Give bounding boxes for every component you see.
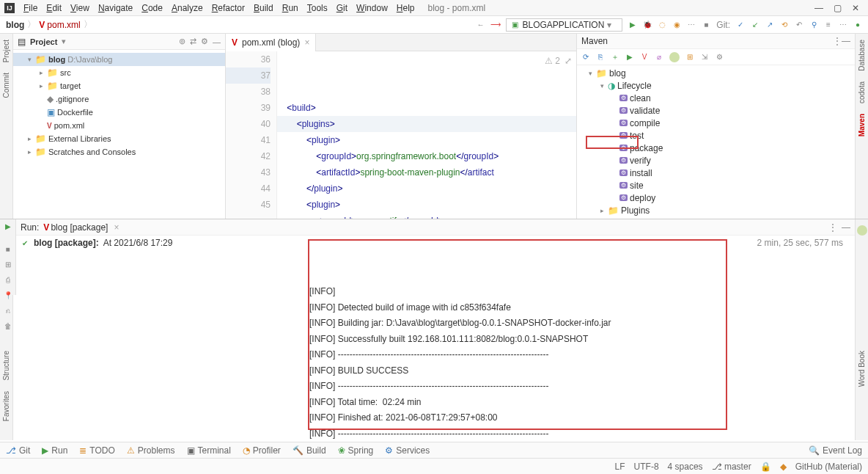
show-deps-icon[interactable]: ⊞ — [685, 53, 694, 62]
stop-icon[interactable]: ■ — [702, 21, 710, 29]
profile-icon[interactable]: ◉ — [672, 21, 681, 29]
offline-icon[interactable] — [669, 52, 680, 62]
generate-icon[interactable]: ⎘ — [596, 53, 605, 62]
menu-tools[interactable]: Tools — [303, 1, 332, 15]
tree-item-scratchesandconsoles[interactable]: ▸📁 Scratches and Consoles — [13, 145, 225, 158]
tool-services[interactable]: ⚙Services — [385, 445, 430, 456]
maven-item-plugins[interactable]: ▸📁 Plugins — [577, 204, 855, 216]
menu-view[interactable]: View — [66, 1, 94, 15]
history-icon[interactable]: ⟲ — [780, 21, 789, 29]
maven-item-package[interactable]: ⚙ package — [577, 142, 855, 154]
event-log[interactable]: 🔍Event Log — [809, 445, 862, 456]
status-indent[interactable]: 4 spaces — [668, 462, 703, 472]
tool-todo[interactable]: ≣TODO — [79, 445, 114, 456]
menu-edit[interactable]: Edit — [42, 1, 66, 15]
close-tab-icon[interactable]: × — [304, 37, 309, 48]
coverage-icon[interactable]: ◌ — [658, 21, 666, 29]
tree-item-pomxml[interactable]: V pom.xml — [13, 119, 225, 132]
tree-item-dockerfile[interactable]: ▣ Dockerfile — [13, 106, 225, 119]
maven-item-blog[interactable]: ▾📁 blog — [577, 67, 855, 79]
update-icon[interactable]: ✓ — [736, 21, 745, 29]
console-output-body[interactable]: [INFO][INFO] Detected build of image wit… — [16, 251, 855, 440]
maven-dots-icon[interactable]: ⋮ — [833, 36, 842, 46]
add-icon[interactable]: ＋ — [611, 53, 619, 62]
maven-item-install[interactable]: ⚙ install — [577, 167, 855, 179]
reload-icon[interactable]: ⟳ — [581, 53, 590, 62]
maven-item-site[interactable]: ⚙ site — [577, 179, 855, 192]
breadcrumb-file[interactable]: pom.xml — [39, 20, 80, 30]
push-icon[interactable]: ↗ — [765, 21, 774, 29]
menu-navigate[interactable]: Navigate — [94, 1, 137, 15]
pin-icon[interactable]: 📍 — [4, 291, 12, 299]
maven-item-clean[interactable]: ⚙ clean — [577, 92, 855, 104]
right-tab-codota[interactable]: codota — [857, 79, 867, 106]
tool-run[interactable]: ▶Run — [42, 445, 67, 456]
maven-item-test[interactable]: ⚙ test — [577, 129, 855, 142]
commit-icon[interactable]: ↙ — [751, 21, 760, 29]
menu-analyze[interactable]: Analyze — [167, 1, 207, 15]
rerun-icon[interactable]: ▶ — [4, 222, 12, 230]
more-icon[interactable]: ⋯ — [839, 21, 847, 29]
run-maven-icon[interactable]: ▶ — [625, 53, 634, 62]
stop-run-icon[interactable]: ■ — [4, 245, 12, 253]
right-tab-database[interactable]: Database — [857, 37, 867, 74]
tool-problems[interactable]: ⚠Problems — [127, 445, 175, 456]
tree-item-src[interactable]: ▸📁 src — [13, 66, 225, 79]
maven-item-lifecycle[interactable]: ▾◑ Lifecycle — [577, 79, 855, 92]
rollback-icon[interactable]: ↶ — [795, 21, 803, 29]
expand-icon[interactable]: ⤢ — [564, 53, 572, 69]
tree-item-gitignore[interactable]: ◆ .gitignore — [13, 92, 225, 106]
toggle-icon[interactable]: V — [640, 53, 649, 62]
menu-file[interactable]: File — [19, 1, 42, 15]
tree-item-target[interactable]: ▸📁 target — [13, 79, 225, 92]
status-encoding[interactable]: UTF-8 — [634, 462, 659, 472]
camera-icon[interactable]: ⎙ — [4, 276, 12, 284]
tree-item-externallibraries[interactable]: ▸📁 External Libraries — [13, 132, 225, 145]
layout-icon[interactable]: ⊞ — [4, 260, 12, 269]
hide-icon[interactable]: — — [213, 37, 221, 46]
left-tab-structure[interactable]: Structure — [1, 348, 11, 384]
run-hide-icon[interactable]: — — [842, 222, 850, 233]
target-icon[interactable]: ⊚ — [179, 37, 185, 46]
tool-build[interactable]: 🔨Build — [293, 445, 326, 456]
debug-icon[interactable]: 🐞 — [643, 21, 652, 29]
run-dots-icon[interactable]: ⋮ — [828, 222, 837, 233]
attach-icon[interactable]: ⋯ — [687, 21, 696, 29]
right-tab-wordbook[interactable]: Word Book — [857, 348, 867, 390]
memory-indicator[interactable] — [857, 225, 867, 236]
theme-icon[interactable]: ◆ — [780, 462, 787, 472]
warnings-badge[interactable]: ⚠ 2 — [545, 53, 560, 69]
menu-build[interactable]: Build — [249, 1, 278, 15]
maven-item-validate[interactable]: ⚙ validate — [577, 104, 855, 117]
project-pane-title[interactable]: Project — [30, 37, 57, 46]
lock-icon[interactable]: 🔒 — [760, 462, 771, 472]
breadcrumb-root[interactable]: blog — [6, 20, 24, 30]
run-config-selector[interactable]: ▣BLOGAPPLICATION▾ — [506, 18, 623, 32]
gear-icon[interactable]: ⚙ — [201, 37, 208, 46]
menu-git[interactable]: Git — [332, 1, 352, 15]
maven-item-verify[interactable]: ⚙ verify — [577, 154, 855, 167]
menu-window[interactable]: Window — [352, 1, 392, 15]
minimize-button[interactable]: — — [814, 3, 823, 13]
maven-item-deploy[interactable]: ⚙ deploy — [577, 192, 855, 204]
tool-spring[interactable]: ❀Spring — [338, 445, 374, 456]
menu-run[interactable]: Run — [278, 1, 303, 15]
status-branch[interactable]: ⎇ master — [712, 462, 751, 472]
maximize-button[interactable]: ▢ — [834, 3, 842, 13]
collapse-icon[interactable]: ⇄ — [190, 37, 196, 46]
search-icon[interactable]: ⚲ — [809, 21, 818, 29]
left-tab-favorites[interactable]: Favorites — [1, 388, 11, 424]
collapse-all-icon[interactable]: ⇲ — [700, 53, 709, 62]
status-lf[interactable]: LF — [615, 462, 625, 472]
tree-item-blog[interactable]: ▾📁 blog D:\Java\blog — [13, 53, 225, 66]
avatar-icon[interactable]: ● — [853, 21, 862, 29]
tool-profiler[interactable]: ◔Profiler — [243, 445, 281, 456]
run-tab[interactable]: blog [package] — [43, 222, 108, 233]
maven-settings-icon[interactable]: ⚙ — [715, 53, 724, 62]
left-tab-commit[interactable]: Commit — [1, 70, 11, 101]
bug-icon[interactable]: ⟶ — [491, 21, 500, 29]
left-tab-project[interactable]: Project — [1, 37, 11, 65]
trash-icon[interactable]: 🗑 — [4, 322, 12, 330]
editor-tab[interactable]: V pom.xml (blog) × — [226, 34, 316, 51]
status-theme[interactable]: GitHub (Material) — [795, 462, 862, 472]
